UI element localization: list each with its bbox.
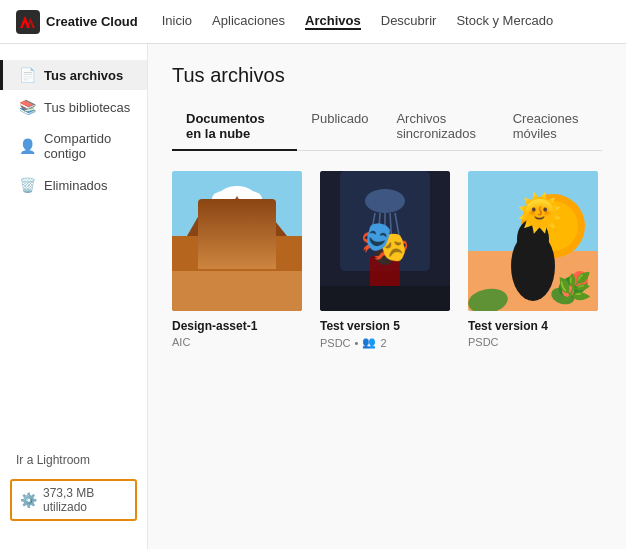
- sidebar-label-eliminados: Eliminados: [44, 178, 108, 193]
- svg-point-5: [212, 191, 236, 207]
- file-card-3[interactable]: Test version 4 PSDC: [468, 171, 598, 349]
- svg-point-34: [562, 285, 574, 297]
- sidebar-nav: 📄 Tus archivos 📚 Tus bibliotecas 👤 Compa…: [0, 60, 147, 200]
- tab-documentos[interactable]: Documentos en la nube: [172, 103, 297, 151]
- sidebar-label-tus-archivos: Tus archivos: [44, 68, 123, 83]
- svg-rect-24: [320, 286, 450, 311]
- svg-line-20: [390, 213, 392, 246]
- file-grid: Design-asset-1 AIC: [172, 171, 602, 349]
- file-name-1: Design-asset-1: [172, 319, 302, 333]
- file-thumb-3: [468, 171, 598, 311]
- sidebar-item-eliminados[interactable]: 🗑️ Eliminados: [0, 170, 147, 200]
- svg-point-6: [238, 191, 262, 207]
- nav-stock[interactable]: Stock y Mercado: [456, 13, 553, 30]
- sidebar: 📄 Tus archivos 📚 Tus bibliotecas 👤 Compa…: [0, 44, 148, 549]
- trash-icon: 🗑️: [19, 177, 36, 193]
- svg-line-21: [395, 213, 400, 241]
- nav-inicio[interactable]: Inicio: [162, 13, 192, 30]
- lightroom-link[interactable]: Ir a Lightroom: [0, 445, 147, 475]
- brand-logo[interactable]: Creative Cloud: [16, 10, 138, 34]
- sidebar-bottom: Ir a Lightroom ⚙️ 373,3 MB utilizado: [0, 445, 147, 533]
- svg-rect-22: [370, 256, 400, 291]
- sidebar-item-tus-archivos[interactable]: 📄 Tus archivos: [0, 60, 147, 90]
- main-content: Tus archivos Documentos en la nube Publi…: [148, 44, 626, 549]
- svg-point-31: [555, 271, 590, 300]
- file-name-3: Test version 4: [468, 319, 598, 333]
- storage-label: 373,3 MB utilizado: [43, 486, 127, 514]
- svg-marker-9: [212, 196, 262, 236]
- sidebar-item-bibliotecas[interactable]: 📚 Tus bibliotecas: [0, 92, 147, 122]
- brand-name: Creative Cloud: [46, 14, 138, 29]
- tab-publicado[interactable]: Publicado: [297, 103, 382, 151]
- tab-moviles[interactable]: Creaciones móviles: [499, 103, 602, 151]
- file-type-2: PSDC: [320, 337, 351, 349]
- svg-rect-15: [340, 171, 430, 271]
- shared-count-2: 2: [380, 337, 386, 349]
- shared-icon: 👤: [19, 138, 36, 154]
- gear-icon: ⚙️: [20, 492, 37, 508]
- svg-line-18: [378, 213, 380, 246]
- library-icon: 📚: [19, 99, 36, 115]
- tab-sincronizados[interactable]: Archivos sincronizados: [382, 103, 498, 151]
- storage-indicator[interactable]: ⚙️ 373,3 MB utilizado: [10, 479, 137, 521]
- file-meta-3: PSDC: [468, 336, 598, 348]
- topnav: Creative Cloud Inicio Aplicaciones Archi…: [0, 0, 626, 44]
- separator-2: •: [355, 337, 359, 349]
- file-type-1: AIC: [172, 336, 190, 348]
- svg-point-33: [572, 271, 588, 287]
- nav-archivos[interactable]: Archivos: [305, 13, 361, 30]
- file-card-2[interactable]: Test version 5 PSDC • 👥 2: [320, 171, 450, 349]
- svg-point-12: [217, 231, 227, 247]
- svg-point-13: [228, 234, 236, 248]
- file-icon: 📄: [19, 67, 36, 83]
- nav-aplicaciones[interactable]: Aplicaciones: [212, 13, 285, 30]
- svg-point-16: [365, 189, 405, 213]
- file-thumb-1: [172, 171, 302, 311]
- file-type-3: PSDC: [468, 336, 499, 348]
- file-card-1[interactable]: Design-asset-1 AIC: [172, 171, 302, 349]
- svg-rect-11: [172, 271, 302, 311]
- cc-logo-icon: [16, 10, 40, 34]
- sidebar-label-bibliotecas: Tus bibliotecas: [44, 100, 130, 115]
- svg-point-30: [517, 219, 549, 259]
- content-tabs: Documentos en la nube Publicado Archivos…: [172, 103, 602, 151]
- sidebar-item-compartido[interactable]: 👤 Compartido contigo: [0, 124, 147, 168]
- page-title: Tus archivos: [172, 64, 602, 87]
- file-thumb-2: [320, 171, 450, 311]
- svg-point-23: [375, 241, 395, 265]
- svg-rect-0: [16, 10, 40, 34]
- topnav-items: Inicio Aplicaciones Archivos Descubrir S…: [162, 13, 553, 30]
- layout: 📄 Tus archivos 📚 Tus bibliotecas 👤 Compa…: [0, 44, 626, 549]
- sidebar-label-compartido: Compartido contigo: [44, 131, 131, 161]
- svg-line-17: [370, 213, 375, 241]
- file-name-2: Test version 5: [320, 319, 450, 333]
- file-meta-1: AIC: [172, 336, 302, 348]
- file-meta-2: PSDC • 👥 2: [320, 336, 450, 349]
- nav-descubrir[interactable]: Descubrir: [381, 13, 437, 30]
- people-icon-2: 👥: [362, 336, 376, 349]
